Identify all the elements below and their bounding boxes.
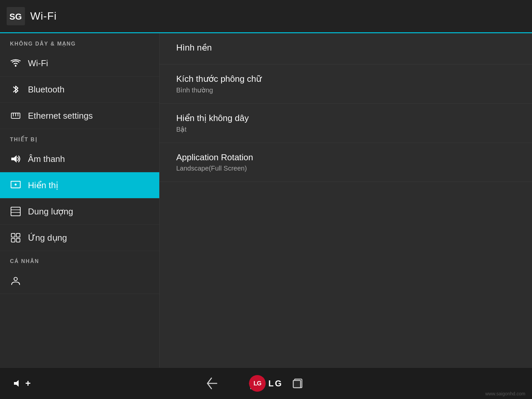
lg-logo-text: LG	[268, 378, 283, 389]
content-title-wireless-display: Hiển thị không dây	[176, 113, 515, 123]
wifi-icon	[10, 58, 21, 69]
content-area: Hình nền Kích thước phông chữ Bình thườn…	[160, 33, 532, 367]
apps-icon	[10, 232, 21, 243]
sidebar-item-display-label: Hiển thị	[28, 180, 58, 191]
content-item-app-rotation[interactable]: Application Rotation Landscape(Full Scre…	[160, 143, 532, 182]
volume-icon	[13, 379, 23, 388]
page-title: Wi-Fi	[30, 10, 57, 22]
volume-plus: +	[25, 378, 31, 389]
back-button[interactable]	[205, 377, 218, 389]
svg-point-2	[15, 65, 17, 67]
sidebar-item-ethernet[interactable]: Ethernet settings	[0, 103, 159, 129]
sidebar-item-apps[interactable]: Ứng dụng	[0, 225, 159, 251]
ethernet-icon	[10, 110, 21, 121]
main-layout: KHÔNG DÂY & MẠNG Wi-Fi Bluetooth	[0, 33, 532, 367]
content-item-wallpaper[interactable]: Hình nền	[160, 33, 532, 65]
sidebar: KHÔNG DÂY & MẠNG Wi-Fi Bluetooth	[0, 33, 160, 367]
top-bar: SG Wi-Fi	[0, 0, 532, 33]
sidebar-item-bluetooth-label: Bluetooth	[28, 84, 65, 95]
content-subtitle-app-rotation: Landscape(Full Screen)	[176, 165, 515, 172]
storage-icon	[10, 206, 21, 217]
section-header-wireless: KHÔNG DÂY & MẠNG	[0, 33, 159, 50]
section-header-personal: CÁ NHÂN	[0, 251, 159, 268]
section-header-device: THIẾT BỊ	[0, 129, 159, 146]
content-title-wallpaper: Hình nền	[176, 43, 515, 53]
sidebar-item-wifi[interactable]: Wi-Fi	[0, 50, 159, 76]
lg-logo-area: LG LG	[249, 375, 283, 392]
svg-point-9	[15, 184, 17, 186]
svg-rect-15	[11, 238, 15, 242]
content-item-font-size[interactable]: Kích thước phông chữ Bình thường	[160, 65, 532, 104]
lg-logo-circle: LG	[249, 375, 266, 392]
sidebar-item-storage-label: Dung lượng	[28, 206, 73, 217]
sidebar-item-wifi-label: Wi-Fi	[28, 58, 48, 68]
sound-icon	[10, 153, 21, 165]
sidebar-item-ethernet-label: Ethernet settings	[28, 111, 93, 121]
display-icon	[10, 180, 21, 191]
watermark: www.saigonhd.com	[485, 391, 525, 396]
sidebar-item-storage[interactable]: Dung lượng	[0, 199, 159, 225]
svg-rect-22	[293, 380, 301, 388]
sidebar-item-personal1[interactable]	[0, 268, 159, 294]
sidebar-item-display[interactable]: Hiển thị	[0, 172, 159, 199]
svg-marker-18	[14, 380, 19, 387]
volume-control[interactable]: +	[13, 378, 31, 389]
content-subtitle-wireless-display: Bật	[176, 125, 515, 133]
content-title-font-size: Kích thước phông chữ	[176, 74, 515, 84]
svg-text:SG: SG	[9, 12, 22, 22]
sidebar-item-sound-label: Âm thanh	[28, 154, 65, 164]
sidebar-item-bluetooth[interactable]: Bluetooth	[0, 76, 159, 103]
content-item-wireless-display[interactable]: Hiển thị không dây Bật	[160, 104, 532, 143]
personal-icon	[10, 275, 21, 286]
svg-rect-10	[11, 207, 20, 216]
sidebar-item-apps-label: Ứng dụng	[28, 233, 67, 243]
sidebar-item-sound[interactable]: Âm thanh	[0, 146, 159, 172]
svg-marker-7	[11, 155, 17, 163]
logo-area: SG Wi-Fi	[7, 7, 57, 25]
content-title-app-rotation: Application Rotation	[176, 152, 515, 163]
sg-logo: SG	[7, 7, 25, 25]
svg-point-17	[14, 277, 17, 281]
bluetooth-icon	[10, 84, 21, 95]
content-subtitle-font-size: Bình thường	[176, 86, 515, 94]
recents-button[interactable]	[291, 378, 305, 389]
svg-rect-13	[11, 233, 15, 237]
svg-rect-14	[16, 233, 20, 237]
svg-rect-16	[16, 238, 20, 242]
